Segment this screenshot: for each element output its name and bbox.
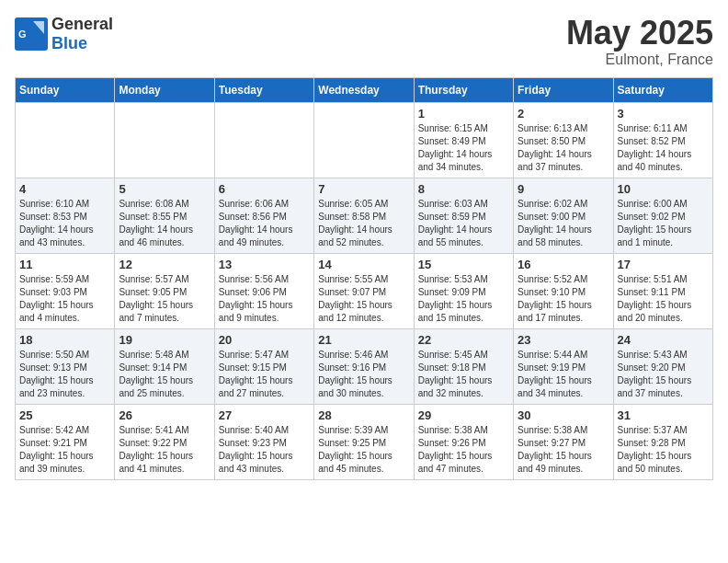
day-of-week-header: Monday — [115, 77, 214, 102]
day-of-week-header: Wednesday — [314, 77, 414, 102]
calendar-cell: 10Sunrise: 6:00 AMSunset: 9:02 PMDayligh… — [613, 178, 712, 253]
day-number: 17 — [618, 258, 709, 271]
calendar-table: SundayMondayTuesdayWednesdayThursdayFrid… — [15, 77, 713, 480]
day-number: 29 — [418, 408, 509, 422]
location-title: Eulmont, France — [566, 52, 713, 68]
day-number: 8 — [418, 182, 509, 196]
day-info: Sunrise: 5:41 AMSunset: 9:22 PMDaylight:… — [119, 424, 210, 476]
day-number: 4 — [19, 182, 110, 196]
calendar-cell: 25Sunrise: 5:42 AMSunset: 9:21 PMDayligh… — [16, 404, 115, 479]
day-number: 30 — [518, 408, 609, 422]
calendar-cell: 14Sunrise: 5:55 AMSunset: 9:07 PMDayligh… — [314, 253, 414, 328]
day-info: Sunrise: 6:08 AMSunset: 8:55 PMDaylight:… — [119, 198, 210, 249]
calendar-week-row: 4Sunrise: 6:10 AMSunset: 8:53 PMDaylight… — [16, 178, 713, 253]
calendar-cell — [16, 102, 115, 178]
day-info: Sunrise: 6:06 AMSunset: 8:56 PMDaylight:… — [219, 198, 310, 249]
calendar-cell: 22Sunrise: 5:45 AMSunset: 9:18 PMDayligh… — [414, 328, 513, 404]
day-number: 14 — [318, 258, 409, 271]
day-number: 25 — [19, 408, 110, 422]
month-title: May 2025 — [566, 15, 713, 52]
day-info: Sunrise: 5:39 AMSunset: 9:25 PMDaylight:… — [318, 424, 409, 476]
day-number: 19 — [119, 333, 210, 347]
day-info: Sunrise: 5:43 AMSunset: 9:20 PMDaylight:… — [618, 349, 709, 400]
calendar-header-row: SundayMondayTuesdayWednesdayThursdayFrid… — [16, 77, 713, 102]
calendar-cell: 2Sunrise: 6:13 AMSunset: 8:50 PMDaylight… — [514, 102, 613, 178]
day-number: 6 — [219, 182, 310, 196]
day-info: Sunrise: 5:47 AMSunset: 9:15 PMDaylight:… — [219, 349, 310, 400]
day-info: Sunrise: 5:56 AMSunset: 9:06 PMDaylight:… — [219, 273, 310, 325]
day-number: 13 — [219, 258, 310, 271]
day-number: 28 — [318, 408, 409, 422]
calendar-cell: 31Sunrise: 5:37 AMSunset: 9:28 PMDayligh… — [613, 404, 712, 479]
logo: G General Blue — [15, 15, 113, 53]
day-info: Sunrise: 5:57 AMSunset: 9:05 PMDaylight:… — [119, 273, 210, 325]
calendar-cell: 26Sunrise: 5:41 AMSunset: 9:22 PMDayligh… — [115, 404, 214, 479]
day-info: Sunrise: 5:38 AMSunset: 9:27 PMDaylight:… — [518, 424, 609, 476]
calendar-cell: 5Sunrise: 6:08 AMSunset: 8:55 PMDaylight… — [115, 178, 214, 253]
day-info: Sunrise: 6:00 AMSunset: 9:02 PMDaylight:… — [618, 198, 709, 249]
page-header: G General Blue May 2025 Eulmont, France — [15, 15, 713, 68]
calendar-cell: 24Sunrise: 5:43 AMSunset: 9:20 PMDayligh… — [613, 328, 712, 404]
calendar-cell: 28Sunrise: 5:39 AMSunset: 9:25 PMDayligh… — [314, 404, 414, 479]
day-number: 15 — [418, 258, 509, 271]
calendar-cell: 6Sunrise: 6:06 AMSunset: 8:56 PMDaylight… — [214, 178, 313, 253]
day-of-week-header: Tuesday — [214, 77, 313, 102]
day-number: 26 — [119, 408, 210, 422]
day-info: Sunrise: 5:46 AMSunset: 9:16 PMDaylight:… — [318, 349, 409, 400]
calendar-cell: 19Sunrise: 5:48 AMSunset: 9:14 PMDayligh… — [115, 328, 214, 404]
day-info: Sunrise: 6:05 AMSunset: 8:58 PMDaylight:… — [318, 198, 409, 249]
calendar-cell: 21Sunrise: 5:46 AMSunset: 9:16 PMDayligh… — [314, 328, 414, 404]
calendar-cell: 13Sunrise: 5:56 AMSunset: 9:06 PMDayligh… — [214, 253, 313, 328]
day-number: 7 — [318, 182, 409, 196]
day-number: 16 — [518, 258, 609, 271]
calendar-cell: 17Sunrise: 5:51 AMSunset: 9:11 PMDayligh… — [613, 253, 712, 328]
day-info: Sunrise: 5:50 AMSunset: 9:13 PMDaylight:… — [19, 349, 110, 400]
day-number: 22 — [418, 333, 509, 347]
day-number: 12 — [119, 258, 210, 271]
calendar-cell: 23Sunrise: 5:44 AMSunset: 9:19 PMDayligh… — [514, 328, 613, 404]
calendar-cell: 15Sunrise: 5:53 AMSunset: 9:09 PMDayligh… — [414, 253, 513, 328]
day-of-week-header: Sunday — [16, 77, 115, 102]
calendar-cell: 12Sunrise: 5:57 AMSunset: 9:05 PMDayligh… — [115, 253, 214, 328]
logo-blue: Blue — [51, 34, 87, 52]
day-info: Sunrise: 6:15 AMSunset: 8:49 PMDaylight:… — [418, 122, 509, 174]
day-number: 10 — [618, 182, 709, 196]
calendar-cell — [115, 102, 214, 178]
day-number: 21 — [318, 333, 409, 347]
day-info: Sunrise: 6:02 AMSunset: 9:00 PMDaylight:… — [518, 198, 609, 249]
day-number: 18 — [19, 333, 110, 347]
calendar-week-row: 25Sunrise: 5:42 AMSunset: 9:21 PMDayligh… — [16, 404, 713, 479]
calendar-cell: 7Sunrise: 6:05 AMSunset: 8:58 PMDaylight… — [314, 178, 414, 253]
day-number: 31 — [618, 408, 709, 422]
day-number: 20 — [219, 333, 310, 347]
day-number: 11 — [19, 258, 110, 271]
calendar-cell: 27Sunrise: 5:40 AMSunset: 9:23 PMDayligh… — [214, 404, 313, 479]
calendar-week-row: 11Sunrise: 5:59 AMSunset: 9:03 PMDayligh… — [16, 253, 713, 328]
day-number: 2 — [518, 107, 609, 121]
day-info: Sunrise: 6:10 AMSunset: 8:53 PMDaylight:… — [19, 198, 110, 249]
logo-general: General — [51, 15, 113, 33]
calendar-cell: 9Sunrise: 6:02 AMSunset: 9:00 PMDaylight… — [514, 178, 613, 253]
day-info: Sunrise: 5:55 AMSunset: 9:07 PMDaylight:… — [318, 273, 409, 325]
logo-text: General Blue — [51, 15, 113, 53]
day-info: Sunrise: 5:48 AMSunset: 9:14 PMDaylight:… — [119, 349, 210, 400]
logo-icon: G — [15, 17, 48, 51]
title-block: May 2025 Eulmont, France — [566, 15, 713, 68]
day-info: Sunrise: 5:51 AMSunset: 9:11 PMDaylight:… — [618, 273, 709, 325]
calendar-week-row: 1Sunrise: 6:15 AMSunset: 8:49 PMDaylight… — [16, 102, 713, 178]
day-info: Sunrise: 5:52 AMSunset: 9:10 PMDaylight:… — [518, 273, 609, 325]
calendar-week-row: 18Sunrise: 5:50 AMSunset: 9:13 PMDayligh… — [16, 328, 713, 404]
calendar-cell: 18Sunrise: 5:50 AMSunset: 9:13 PMDayligh… — [16, 328, 115, 404]
calendar-cell: 20Sunrise: 5:47 AMSunset: 9:15 PMDayligh… — [214, 328, 313, 404]
day-info: Sunrise: 6:03 AMSunset: 8:59 PMDaylight:… — [418, 198, 509, 249]
day-info: Sunrise: 6:11 AMSunset: 8:52 PMDaylight:… — [618, 122, 709, 174]
svg-text:G: G — [18, 29, 27, 40]
day-number: 27 — [219, 408, 310, 422]
calendar-cell — [214, 102, 313, 178]
day-number: 23 — [518, 333, 609, 347]
day-of-week-header: Friday — [514, 77, 613, 102]
day-info: Sunrise: 5:38 AMSunset: 9:26 PMDaylight:… — [418, 424, 509, 476]
day-info: Sunrise: 5:40 AMSunset: 9:23 PMDaylight:… — [219, 424, 310, 476]
calendar-cell: 3Sunrise: 6:11 AMSunset: 8:52 PMDaylight… — [613, 102, 712, 178]
calendar-cell: 30Sunrise: 5:38 AMSunset: 9:27 PMDayligh… — [514, 404, 613, 479]
